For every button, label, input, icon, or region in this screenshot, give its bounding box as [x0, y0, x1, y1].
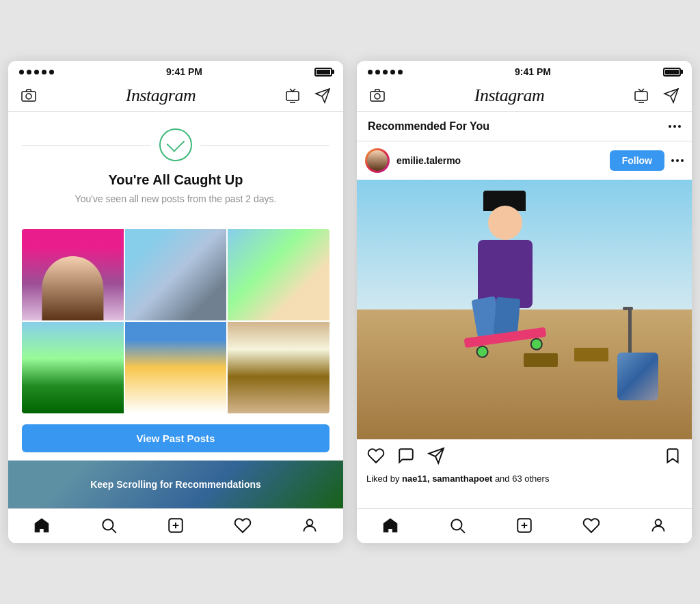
bookmark-icon[interactable]: [663, 446, 682, 465]
add-tab-icon[interactable]: [166, 516, 185, 535]
grid-cell-4: [22, 322, 124, 413]
phone-1: 9:41 PM Instagram: [8, 61, 343, 543]
more-options-icon[interactable]: [669, 125, 681, 128]
send-icon[interactable]: [313, 86, 332, 105]
heart-tab-icon[interactable]: [233, 516, 252, 535]
svg-point-12: [375, 94, 380, 99]
like-icon[interactable]: [366, 446, 386, 465]
svg-point-17: [451, 519, 461, 530]
likes-others: and 63 others: [492, 473, 549, 484]
post-header-right: Follow: [610, 150, 684, 171]
bench-1: [574, 348, 608, 361]
avatar-image: [367, 150, 388, 171]
camera-icon-2[interactable]: [368, 86, 387, 105]
search-tab-icon[interactable]: [99, 516, 118, 535]
recommendation-header: Recommended For You: [357, 112, 692, 141]
check-mark: [167, 134, 185, 152]
post-user: emilie.talermo: [365, 148, 461, 173]
dot-5: [49, 70, 54, 74]
likes-users: nae11, samanthapoet: [402, 473, 492, 484]
dot-2-1: [368, 70, 373, 74]
nav-right-1: [283, 86, 332, 105]
status-bar-2: 9:41 PM: [357, 61, 692, 80]
tab-bar-1: [8, 508, 343, 543]
divider-right: [200, 145, 329, 146]
grid-cell-5: [125, 322, 227, 413]
send-icon-2[interactable]: [662, 86, 681, 105]
check-circle: [159, 128, 192, 161]
tab-bar-2: [357, 508, 692, 543]
caught-up-section: You're All Caught Up You've seen all new…: [8, 112, 343, 218]
instagram-logo-1: Instagram: [126, 85, 196, 106]
grid-cell-2: [125, 229, 227, 320]
avatar: [365, 148, 390, 173]
post-more-options-icon[interactable]: [671, 159, 684, 162]
keep-scrolling-text: Keep Scrolling for Recommendations: [90, 479, 261, 490]
nav-bar-2: Instagram: [357, 80, 692, 112]
username: emilie.talermo: [396, 155, 461, 166]
search-tab-icon-2[interactable]: [448, 516, 467, 535]
svg-rect-2: [286, 92, 299, 100]
photo-grid: [22, 229, 329, 413]
dot-2-4: [390, 70, 395, 74]
tv-icon[interactable]: [283, 86, 302, 105]
dot-4: [42, 70, 46, 74]
caught-up-title: You're All Caught Up: [109, 172, 243, 188]
divider-left: [22, 145, 151, 146]
dot-2-2: [375, 70, 380, 74]
post-image: [357, 180, 692, 439]
post-actions-left: [366, 446, 446, 465]
svg-rect-13: [635, 92, 647, 100]
svg-point-22: [656, 519, 662, 525]
dot-2-5: [398, 70, 403, 74]
share-icon[interactable]: [427, 446, 446, 465]
home-tab-icon[interactable]: [32, 516, 51, 535]
recommendation-title: Recommended For You: [368, 120, 489, 133]
spacer: [357, 491, 692, 508]
status-bar-1: 9:41 PM: [8, 61, 343, 80]
dot-1: [19, 70, 24, 74]
barrel: [617, 353, 658, 400]
nav-bar-1: Instagram: [8, 80, 343, 112]
skater: [457, 199, 553, 335]
post-actions: [357, 439, 692, 472]
dot-2-3: [383, 70, 388, 74]
skater-head: [488, 206, 522, 240]
follow-button[interactable]: Follow: [610, 150, 664, 171]
tv-icon-2[interactable]: [632, 86, 651, 105]
grid-cell-6: [228, 322, 329, 413]
profile-tab-icon-2[interactable]: [649, 516, 668, 535]
bench-2: [524, 353, 558, 367]
likes-label: Liked by: [366, 473, 402, 484]
battery-fill-1: [317, 70, 330, 74]
battery-1: [314, 68, 332, 77]
add-tab-icon-2[interactable]: [515, 516, 534, 535]
view-past-posts-button[interactable]: View Past Posts: [22, 424, 329, 452]
nav-right-2: [632, 86, 681, 105]
svg-rect-11: [371, 92, 384, 101]
keep-scrolling-section: Keep Scrolling for Recommendations: [8, 461, 343, 508]
home-tab-icon-2[interactable]: [381, 516, 400, 535]
svg-line-6: [112, 529, 116, 533]
caught-up-subtitle: You've seen all new posts from the past …: [75, 193, 277, 204]
comment-icon[interactable]: [396, 446, 416, 465]
likes-text: Liked by nae11, samanthapoet and 63 othe…: [357, 472, 692, 491]
dot-3: [34, 70, 39, 74]
dot-2: [27, 70, 31, 74]
svg-line-18: [461, 529, 465, 533]
status-time-2: 9:41 PM: [515, 66, 551, 77]
svg-point-10: [307, 519, 313, 525]
battery-fill-2: [665, 70, 679, 74]
battery-2: [663, 68, 681, 77]
phones-container: 9:41 PM Instagram: [0, 47, 700, 557]
status-time-1: 9:41 PM: [166, 66, 202, 77]
divider-check: [22, 128, 329, 161]
profile-tab-icon[interactable]: [300, 516, 319, 535]
phone-2: 9:41 PM Instagram: [357, 61, 692, 543]
instagram-logo-2: Instagram: [474, 85, 544, 106]
camera-icon[interactable]: [19, 86, 38, 105]
heart-tab-icon-2[interactable]: [582, 516, 601, 535]
grid-cell-3: [228, 229, 329, 320]
svg-point-5: [103, 519, 113, 530]
signal-dots-2: [368, 70, 403, 74]
